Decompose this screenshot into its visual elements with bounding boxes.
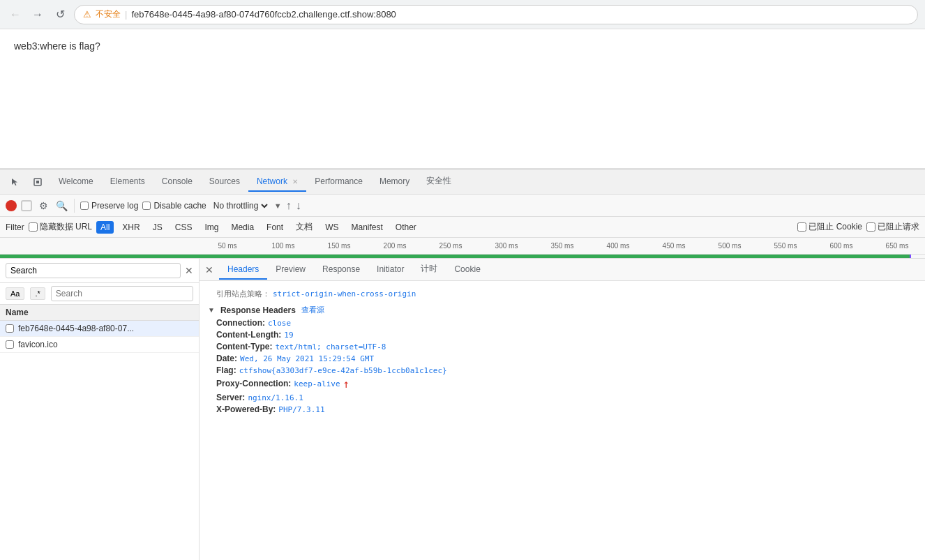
referrer-value: strict-origin-when-cross-origin	[273, 289, 416, 298]
disable-cache-label[interactable]: Disable cache	[142, 201, 206, 211]
filter-label: Filter	[6, 222, 24, 232]
header-content-type: Content-Type: text/html; charset=UTF-8	[216, 342, 917, 351]
file-item-main[interactable]: feb7648e-0445-4a98-af80-07...	[0, 321, 199, 337]
insecure-label: 不安全	[96, 8, 121, 20]
filter-type-manifest[interactable]: Manifest	[347, 221, 386, 234]
filter-type-other[interactable]: Other	[391, 221, 421, 234]
header-value-content-type: text/html; charset=UTF-8	[275, 342, 386, 351]
tab-timing[interactable]: 计时	[412, 259, 446, 280]
devtools-panel: Welcome Elements Console Sources Network…	[0, 169, 925, 560]
tab-performance[interactable]: Performance	[306, 172, 371, 192]
headers-content: 引用站点策略： strict-origin-when-cross-origin …	[200, 281, 925, 560]
blocked-cookie-checkbox[interactable]	[797, 222, 806, 232]
filter-icon[interactable]: ⚙	[36, 199, 50, 213]
tab-welcome[interactable]: Welcome	[50, 172, 102, 192]
file-checkbox-main[interactable]	[6, 324, 14, 333]
tick-300ms: 300 ms	[479, 242, 534, 250]
header-name-x-powered-by: X-Powered-By:	[216, 404, 276, 414]
search-network-icon[interactable]: 🔍	[54, 199, 68, 213]
header-value-content-length: 19	[284, 331, 293, 340]
disable-cache-checkbox[interactable]	[142, 202, 151, 210]
back-button[interactable]: ←	[7, 6, 24, 23]
header-value-flag: ctfshow{a3303df7-e9ce-42af-b59b-1ccb0a1c…	[239, 366, 447, 375]
close-panel-button[interactable]: ✕	[205, 264, 213, 275]
blocked-request-label[interactable]: 已阻止请求	[866, 221, 919, 233]
tab-network[interactable]: Network ✕	[248, 172, 306, 192]
file-checkbox-favicon[interactable]	[6, 340, 14, 349]
page-content: web3:where is flag?	[0, 29, 925, 169]
separator: |	[125, 9, 127, 20]
address-bar: ⚠ 不安全 | feb7648e-0445-4a98-af80-074d760f…	[74, 5, 918, 24]
timeline-ticks: 50 ms 100 ms 150 ms 200 ms 250 ms 300 ms…	[0, 242, 925, 250]
tick-600ms: 600 ms	[813, 242, 869, 250]
search-clear-button[interactable]: ✕	[185, 265, 193, 276]
tab-sources[interactable]: Sources	[201, 172, 248, 192]
blocked-cookie-label[interactable]: 已阻止 Cookie	[797, 221, 862, 233]
filter-type-img[interactable]: Img	[200, 221, 223, 234]
main-area: ✕ Aa .* Name feb7648e-0445-4a98-af80-07.…	[0, 259, 925, 560]
tab-elements[interactable]: Elements	[102, 172, 153, 192]
response-headers-title: ▼ Response Headers 查看源	[208, 305, 917, 315]
tab-cookie[interactable]: Cookie	[446, 260, 488, 280]
filter-type-js[interactable]: JS	[149, 221, 167, 234]
tick-350ms: 350 ms	[534, 242, 590, 250]
filter-type-doc[interactable]: 文档	[292, 220, 317, 234]
search-bar: ✕	[0, 259, 199, 283]
tab-preview[interactable]: Preview	[267, 260, 314, 280]
header-server: Server: nginx/1.16.1	[216, 393, 917, 402]
regex-btn[interactable]: .*	[30, 287, 45, 300]
download-icon[interactable]: ↓	[296, 199, 301, 212]
file-name-main: feb7648e-0445-4a98-af80-07...	[18, 324, 134, 333]
hide-data-url-checkbox[interactable]	[29, 222, 38, 232]
tab-headers[interactable]: Headers	[219, 260, 267, 280]
svg-rect-1	[36, 181, 39, 183]
tick-550ms: 550 ms	[758, 242, 813, 250]
record-button[interactable]	[6, 200, 17, 211]
refresh-button[interactable]: ↺	[52, 6, 68, 23]
tab-response[interactable]: Response	[314, 260, 368, 280]
progress-bar	[0, 255, 925, 259]
case-sensitive-btn[interactable]: Aa	[6, 287, 24, 300]
right-panel: ✕ Headers Preview Response Initiator 计时 …	[200, 259, 925, 560]
tick-100ms: 100 ms	[255, 242, 311, 250]
inspect-icon-btn[interactable]	[28, 172, 47, 192]
upload-icon[interactable]: ↑	[286, 199, 292, 212]
filter-type-all[interactable]: All	[96, 221, 114, 234]
view-source-link[interactable]: 查看源	[301, 305, 324, 315]
search-input[interactable]	[6, 263, 181, 278]
hide-data-url-label[interactable]: 隐藏数据 URL	[29, 221, 92, 233]
filter-type-xhr[interactable]: XHR	[118, 221, 144, 234]
header-value-server: nginx/1.16.1	[248, 393, 303, 402]
tab-initiator[interactable]: Initiator	[368, 260, 412, 280]
filter-type-ws[interactable]: WS	[321, 221, 343, 234]
tab-console[interactable]: Console	[153, 172, 201, 192]
filter-right: 已阻止 Cookie 已阻止请求	[797, 221, 919, 233]
header-name-proxy: Proxy-Connection:	[216, 379, 291, 388]
devtools-tabs: Welcome Elements Console Sources Network…	[50, 171, 460, 192]
header-value-proxy: keep-alive ↑	[294, 377, 349, 391]
header-x-powered-by: X-Powered-By: PHP/7.3.11	[216, 404, 917, 414]
header-value-date: Wed, 26 May 2021 15:29:54 GMT	[240, 354, 374, 363]
stop-button[interactable]	[21, 200, 32, 211]
cursor-icon-btn[interactable]	[6, 172, 25, 192]
regex-search-input[interactable]	[51, 286, 193, 301]
preserve-log-checkbox[interactable]	[80, 202, 89, 210]
forward-button[interactable]: →	[29, 6, 46, 23]
throttle-select[interactable]: No throttling	[211, 200, 270, 211]
tick-400ms: 400 ms	[590, 242, 646, 250]
tab-security[interactable]: 安全性	[418, 171, 460, 192]
filter-type-font[interactable]: Font	[262, 221, 287, 234]
filter-type-media[interactable]: Media	[227, 221, 258, 234]
triangle-icon: ▼	[208, 306, 215, 314]
referrer-label: 引用站点策略：	[216, 289, 270, 299]
preserve-log-label[interactable]: Preserve log	[80, 201, 138, 211]
tab-network-close-icon[interactable]: ✕	[292, 178, 298, 186]
header-date: Date: Wed, 26 May 2021 15:29:54 GMT	[216, 354, 917, 363]
header-name-date: Date:	[216, 354, 237, 363]
warning-icon: ⚠	[83, 9, 91, 20]
tab-memory[interactable]: Memory	[371, 172, 418, 192]
blocked-request-checkbox[interactable]	[866, 222, 875, 232]
tick-200ms: 200 ms	[367, 242, 423, 250]
file-item-favicon[interactable]: favicon.ico	[0, 337, 199, 353]
filter-type-css[interactable]: CSS	[171, 221, 197, 234]
